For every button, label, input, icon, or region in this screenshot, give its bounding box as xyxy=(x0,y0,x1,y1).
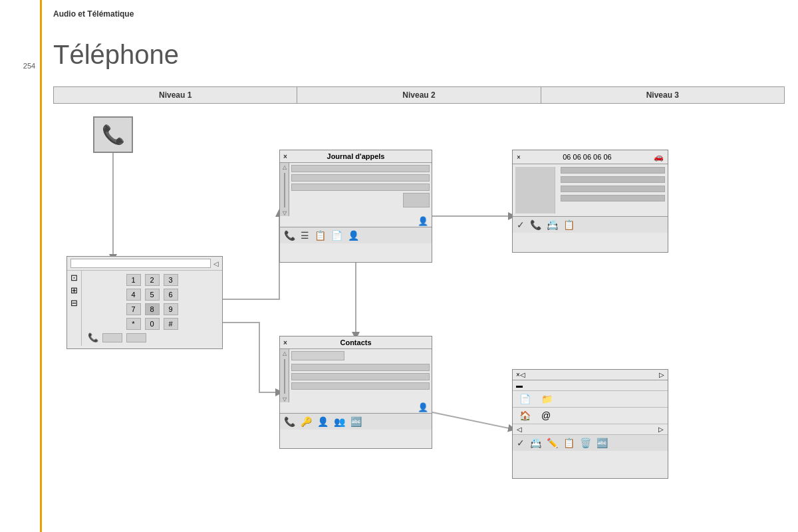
contacts-list-item-1[interactable] xyxy=(291,364,430,371)
contacts-user-icon: 👤 xyxy=(418,402,428,412)
key-0[interactable]: 0 xyxy=(145,318,160,330)
detail-doc-icon[interactable]: 📄 xyxy=(519,394,531,404)
detail-email-icon[interactable]: @ xyxy=(541,410,551,421)
detail-line-1 xyxy=(561,167,665,174)
dbt-delete-icon[interactable]: 🗑️ xyxy=(580,438,591,448)
contacts-scrollbar[interactable]: △ ▽ xyxy=(280,349,289,402)
journal-scrollbar[interactable]: △ ▽ xyxy=(280,163,289,216)
toolbar-list2-icon[interactable]: 📋 xyxy=(315,230,326,241)
contacts-list-item-3[interactable] xyxy=(291,382,430,390)
detail-bottom-back[interactable]: ◁ xyxy=(520,371,525,378)
key-4[interactable]: 4 xyxy=(126,289,141,301)
detail-bottom-sim-icon[interactable]: ▬ xyxy=(516,382,523,389)
dialpad-side-icon-1[interactable]: ⊡ xyxy=(70,273,78,283)
ct-group-icon[interactable]: 👥 xyxy=(334,416,345,427)
ct-contact-icon[interactable]: 👤 xyxy=(317,416,329,427)
contacts-toolbar: 📞 🔑 👤 👥 🔤 xyxy=(280,413,432,430)
key-star[interactable]: * xyxy=(126,318,141,330)
niveau3-header: Niveau 3 xyxy=(541,87,784,103)
dt-contact-card-icon[interactable]: 📇 xyxy=(547,219,558,230)
detail-folder-icon[interactable]: 📁 xyxy=(541,394,553,404)
key-7[interactable]: 7 xyxy=(126,303,141,315)
key-8[interactable]: 8 xyxy=(145,303,160,315)
contacts-scroll-track xyxy=(284,359,285,394)
dialpad-extra-btn-2[interactable] xyxy=(126,333,146,342)
dialpad-row-3: 7 8 9 xyxy=(85,303,219,315)
dbt-contact-icon[interactable]: 📇 xyxy=(530,438,541,448)
key-9[interactable]: 9 xyxy=(164,303,178,315)
detail-bottom-header: × ◁ ▷ xyxy=(513,370,668,380)
journal-list-item-1[interactable] xyxy=(291,165,430,172)
page-title: Téléphone xyxy=(53,40,179,70)
contacts-list-item-2[interactable] xyxy=(291,373,430,380)
dialpad-side-icon-2[interactable]: ⊞ xyxy=(70,285,78,295)
niveau2-header: Niveau 2 xyxy=(297,87,541,103)
dialpad-input[interactable] xyxy=(70,259,211,268)
detail-top-toolbar: ✓ 📞 📇 📋 xyxy=(513,216,668,233)
toolbar-contact-icon[interactable]: 👤 xyxy=(348,230,359,241)
ct-key-icon[interactable]: 🔑 xyxy=(301,416,312,427)
journal-list-item-2[interactable] xyxy=(291,174,430,182)
detail-top-box: × 06 06 06 06 06 🚗 ✓ 📞 📇 📋 xyxy=(512,150,668,253)
contacts-close-button[interactable]: × xyxy=(283,339,287,346)
journal-list-item-3[interactable] xyxy=(291,184,430,191)
dialpad-row-2: 4 5 6 xyxy=(85,289,219,301)
backspace-icon[interactable]: ◁ xyxy=(213,260,219,267)
key-5[interactable]: 5 xyxy=(145,289,160,301)
detail-bottom-box: × ◁ ▷ ▬ 📄 📁 🏠 @ ◁ ▷ xyxy=(512,369,668,479)
detail-bottom-icons-row2: 🏠 @ xyxy=(513,408,668,424)
dbt-edit-icon[interactable]: ✏️ xyxy=(547,438,558,448)
contacts-search-bar[interactable] xyxy=(291,351,344,360)
toolbar-phone-icon[interactable]: 📞 xyxy=(284,230,295,241)
detail-bottom-forward[interactable]: ▷ xyxy=(659,371,664,378)
dt-contact-add-icon[interactable]: 📋 xyxy=(563,219,575,230)
toolbar-list1-icon[interactable]: ☰ xyxy=(301,230,309,241)
level-header-row: Niveau 1 Niveau 2 Niveau 3 xyxy=(53,86,785,104)
dt-phone-icon[interactable]: 📞 xyxy=(530,219,541,230)
journal-close-button[interactable]: × xyxy=(283,153,287,160)
ct-abc-icon[interactable]: 🔤 xyxy=(350,416,362,427)
dialpad-main: ⊡ ⊞ ⊟ 1 2 3 4 5 6 xyxy=(67,271,222,346)
contacts-title-bar: × Contacts xyxy=(280,336,432,349)
key-3[interactable]: 3 xyxy=(164,274,178,286)
journal-detail-box[interactable] xyxy=(403,193,430,207)
key-6[interactable]: 6 xyxy=(164,289,178,301)
key-1[interactable]: 1 xyxy=(126,274,141,286)
detail-line-3 xyxy=(561,186,665,192)
detail-top-title-bar: × 06 06 06 06 06 🚗 xyxy=(513,150,668,164)
call-icon[interactable]: 📞 xyxy=(88,332,98,342)
dialpad-side-icons: ⊡ ⊞ ⊟ xyxy=(67,271,82,346)
dialpad-box: ◁ ⊡ ⊞ ⊟ 1 2 3 4 5 xyxy=(66,256,223,349)
dialpad-side-icon-3[interactable]: ⊟ xyxy=(70,298,78,308)
page-number: 254 xyxy=(23,62,35,70)
scroll-track xyxy=(284,173,285,207)
detail-nav2-forward[interactable]: ▷ xyxy=(658,426,664,433)
detail-nav2-back[interactable]: ◁ xyxy=(517,426,522,433)
detail-bottom-nav2: ◁ ▷ xyxy=(513,424,668,435)
ct-phone-icon[interactable]: 📞 xyxy=(284,416,295,427)
detail-home-icon[interactable]: 🏠 xyxy=(519,410,531,421)
accent-bar xyxy=(40,0,42,532)
scroll-down-icon[interactable]: ▽ xyxy=(283,210,287,216)
detail-avatar-image xyxy=(515,167,555,213)
key-hash[interactable]: # xyxy=(164,318,178,330)
contacts-scroll-up[interactable]: △ xyxy=(283,350,287,356)
dialpad-extra-btn-1[interactable] xyxy=(102,333,122,342)
dbt-check-icon[interactable]: ✓ xyxy=(517,438,525,448)
detail-bottom-toolbar: ✓ 📇 ✏️ 📋 🗑️ 🔤 xyxy=(513,435,668,451)
contacts-scroll-down[interactable]: ▽ xyxy=(283,396,287,402)
key-2[interactable]: 2 xyxy=(145,274,160,286)
scroll-up-icon[interactable]: △ xyxy=(283,164,287,170)
phone-icon-box[interactable]: 📞 xyxy=(93,116,133,153)
dialpad-row-1: 1 2 3 xyxy=(85,274,219,286)
detail-top-close-button[interactable]: × xyxy=(517,154,521,161)
toolbar-list3-icon[interactable]: 📄 xyxy=(331,230,342,241)
dbt-text-icon[interactable]: 🔤 xyxy=(597,438,608,448)
contacts-list-area: △ ▽ xyxy=(280,349,432,402)
dbt-card-icon[interactable]: 📋 xyxy=(563,438,575,448)
page-container: Audio et Télématique 254 Téléphone Nivea… xyxy=(0,0,798,532)
detail-top-car-icon: 🚗 xyxy=(654,152,664,162)
dt-checkmark-icon[interactable]: ✓ xyxy=(517,219,525,230)
contacts-list-content xyxy=(289,349,432,402)
journal-title-bar: × Journal d'appels xyxy=(280,150,432,163)
